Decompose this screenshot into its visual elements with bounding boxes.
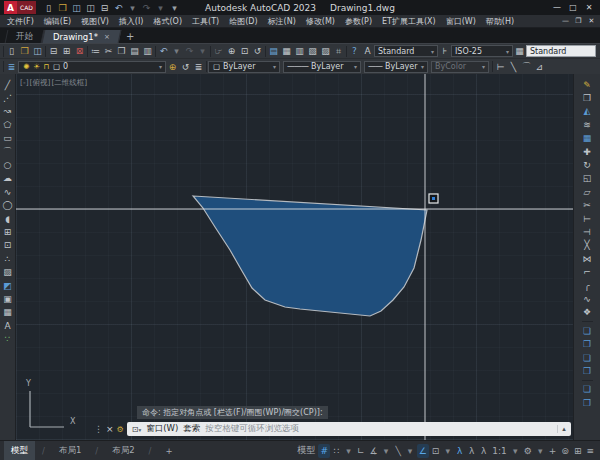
match-properties-icon[interactable]: ≔ [89, 45, 102, 58]
line-icon[interactable]: ╱ [0, 78, 15, 91]
arc-icon[interactable]: ⌒ [0, 145, 15, 158]
properties-icon[interactable]: ▤ [267, 45, 280, 58]
tab-layout2[interactable]: 布局2 [105, 441, 141, 460]
region-icon[interactable]: ▣ [0, 292, 15, 305]
paste-special-icon[interactable]: ▥ [141, 45, 154, 58]
text-to-front-icon[interactable]: ❏ [580, 383, 595, 396]
bring-above-icon[interactable]: ❏ [580, 351, 595, 364]
group-icon[interactable]: ∵ [0, 332, 15, 345]
menu-modify[interactable]: 修改(M) [301, 15, 340, 27]
layer-on-icon[interactable]: ✺ [22, 62, 31, 71]
tab-model[interactable]: 模型 [4, 441, 35, 460]
command-input-bar[interactable]: ⊡▾ 窗口(W) 套索 按空格键可循环浏览选项 ▴ [127, 422, 571, 436]
copy-icon[interactable]: ❐ [580, 91, 595, 104]
erase-icon[interactable]: ✎ [580, 78, 595, 91]
break-at-point-icon[interactable]: ⊣ [580, 225, 595, 238]
table-icon[interactable]: ▦ [0, 306, 15, 319]
new-icon[interactable]: ▯ [5, 45, 18, 58]
minimize-button[interactable]: — [550, 1, 564, 14]
selection-options-icon[interactable]: ⊡▾ [132, 425, 141, 434]
arc-length-dimension-icon[interactable]: ⌒ [520, 60, 533, 73]
redo-icon[interactable]: ↷ [140, 1, 153, 14]
command-customize-icon[interactable]: ⚙ [117, 425, 124, 434]
new-tab-button[interactable]: + [119, 30, 142, 43]
annotation-scale-value[interactable]: 1:1 [490, 444, 508, 458]
plot-preview-icon[interactable]: ⊞ [60, 45, 73, 58]
lineweight-combo[interactable]: —— ByLayer ▾ [364, 61, 428, 73]
menu-express[interactable]: ET扩展工具(X) [377, 15, 441, 27]
menu-help[interactable]: 帮助(H) [481, 15, 519, 27]
workspace-gear-icon[interactable]: ⚙ [522, 444, 534, 458]
rectangle-icon[interactable]: ▭ [0, 132, 15, 145]
zoom-previous-icon[interactable]: ↺ [251, 45, 264, 58]
menu-draw[interactable]: 绘图(D) [224, 15, 262, 27]
drawn-polyline-shape[interactable] [193, 196, 427, 316]
undo-dropdown-icon[interactable]: ▾ [170, 45, 183, 58]
undo-dropdown-icon[interactable]: ▾ [126, 1, 139, 14]
offset-icon[interactable]: ≋ [580, 118, 595, 131]
rotate-icon[interactable]: ↻ [580, 158, 595, 171]
menu-format[interactable]: 格式(O) [148, 15, 187, 27]
command-close-icon[interactable]: × [106, 424, 114, 434]
hatch-icon[interactable]: ▨ [0, 265, 15, 278]
save-as-icon[interactable]: ◫ [84, 1, 97, 14]
break-icon[interactable]: ╳ [580, 239, 595, 252]
color-combo[interactable]: ▢ ByLayer ▾ [208, 61, 280, 73]
annotation-autoscale-icon[interactable]: λ [466, 444, 477, 458]
move-icon[interactable]: ✚ [580, 145, 595, 158]
layer-previous-icon[interactable]: ↺ [179, 60, 192, 73]
ordinate-dimension-icon[interactable]: ⊿ [533, 60, 546, 73]
command-option-window[interactable]: 窗口(W) [146, 423, 178, 435]
command-grip-handle[interactable]: ⋮ [94, 424, 103, 434]
new-layout-button[interactable]: + [158, 441, 179, 460]
polar-dropdown-icon[interactable]: ▾ [381, 444, 392, 458]
pan-icon[interactable]: ☞ [212, 45, 225, 58]
snap-mode-icon[interactable]: ∷ [331, 444, 342, 458]
help-icon[interactable]: ? [348, 45, 361, 58]
command-scroll-up-icon[interactable]: ▴ [557, 425, 566, 433]
make-object-layer-current-icon[interactable]: ⊕ [166, 60, 179, 73]
annotation-scale-dropdown-icon[interactable]: ▾ [510, 444, 521, 458]
osnap-dropdown-icon[interactable]: ▾ [442, 444, 453, 458]
app-menu-button[interactable]: A CAD [4, 1, 36, 14]
make-block-icon[interactable]: ⊡ [0, 239, 15, 252]
spline-icon[interactable]: ∿ [0, 185, 15, 198]
copy-clip-icon[interactable]: ❐ [115, 45, 128, 58]
chamfer-icon[interactable]: ⌐ [580, 265, 595, 278]
layer-combo[interactable]: ✺☀⊓▢ 0 ▾ [18, 61, 166, 73]
trim-icon[interactable]: ✂ [580, 199, 595, 212]
linear-dimension-icon[interactable]: ⊢ [494, 60, 507, 73]
isodraft-icon[interactable]: ╲ [393, 444, 404, 458]
close-tab-icon[interactable]: × [104, 33, 110, 41]
redo-dropdown-icon[interactable]: ▾ [196, 45, 209, 58]
text-style-icon[interactable]: A [361, 45, 374, 58]
mirror-icon[interactable]: ◭ [580, 105, 595, 118]
isodraft-dropdown-icon[interactable]: ▾ [405, 444, 416, 458]
annotation-visibility-icon[interactable]: λ [454, 444, 465, 458]
doc-restore-button[interactable]: ❐ [573, 16, 584, 27]
layer-lock-icon[interactable]: ⊓ [42, 62, 51, 71]
save-icon[interactable]: ◫ [31, 45, 44, 58]
scale-icon[interactable]: ◱ [580, 172, 595, 185]
tab-start[interactable]: 开始 [5, 30, 45, 43]
open-icon[interactable]: ❒ [18, 45, 31, 58]
menu-file[interactable]: 文件(F) [2, 15, 39, 27]
menu-edit[interactable]: 编辑(E) [39, 15, 76, 27]
dim-style-icon[interactable]: ⊦ [438, 45, 451, 58]
revision-cloud-icon[interactable]: ☁ [0, 172, 15, 185]
array-icon[interactable]: ▦ [580, 132, 595, 145]
undo-icon[interactable]: ↶ [112, 1, 125, 14]
table-style-combo[interactable]: Standard [526, 45, 596, 57]
zoom-window-icon[interactable]: ⊡ [238, 45, 251, 58]
designcenter-icon[interactable]: ▦ [280, 45, 293, 58]
menu-parametric[interactable]: 参数(P) [340, 15, 377, 27]
command-option-lasso[interactable]: 套索 [183, 423, 200, 435]
zoom-realtime-icon[interactable]: ⊕ [225, 45, 238, 58]
menu-view[interactable]: 视图(V) [76, 15, 114, 27]
circle-icon[interactable]: ○ [0, 158, 15, 171]
annotation-monitor-icon[interactable]: + [547, 444, 559, 458]
save-icon[interactable]: ◫ [70, 1, 83, 14]
plot-icon[interactable]: ⊟ [47, 45, 60, 58]
tab-layout1[interactable]: 布局1 [52, 441, 88, 460]
quickcalc-icon[interactable]: ⌗ [332, 45, 345, 58]
